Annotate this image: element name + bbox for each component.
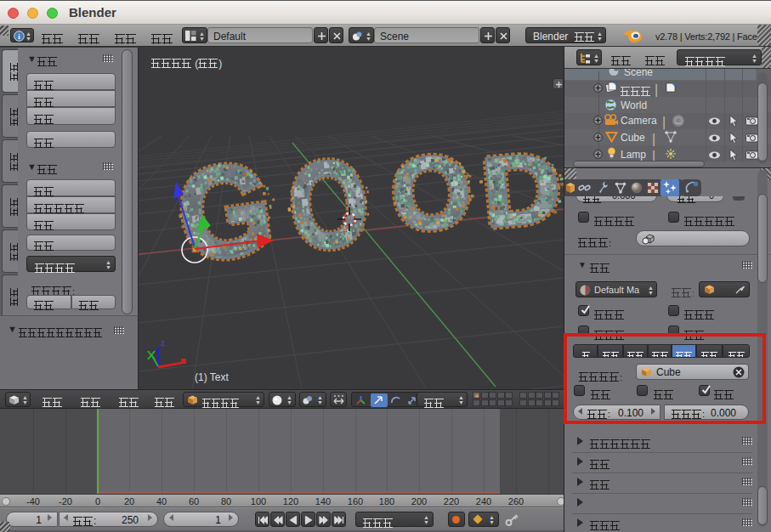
svg-text:z: z [161,337,166,348]
